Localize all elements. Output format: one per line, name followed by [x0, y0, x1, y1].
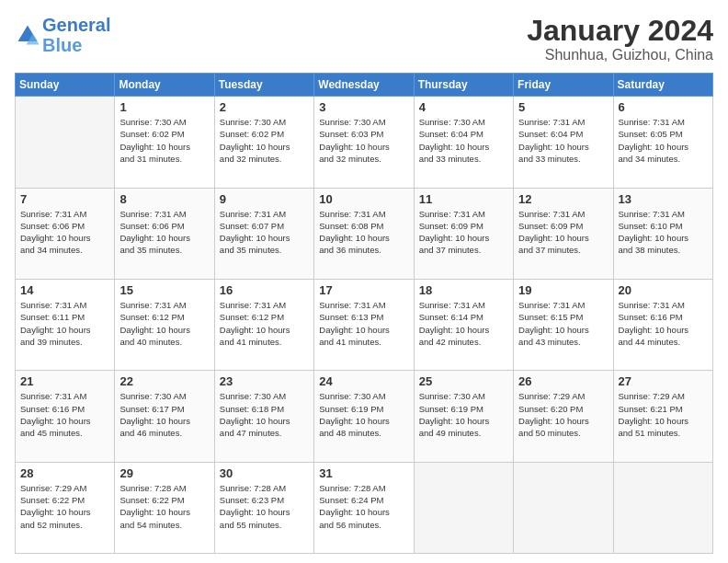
- header-cell-saturday: Saturday: [613, 74, 712, 97]
- header-cell-monday: Monday: [115, 74, 214, 97]
- header-cell-tuesday: Tuesday: [214, 74, 313, 97]
- day-number: 4: [419, 100, 508, 114]
- day-info: Sunrise: 7:31 AMSunset: 6:15 PMDaylight:…: [518, 299, 608, 348]
- header-cell-sunday: Sunday: [16, 74, 115, 97]
- day-info: Sunrise: 7:30 AMSunset: 6:02 PMDaylight:…: [119, 116, 209, 165]
- day-number: 17: [319, 283, 408, 297]
- day-cell: 16Sunrise: 7:31 AMSunset: 6:12 PMDayligh…: [214, 279, 313, 370]
- day-info: Sunrise: 7:31 AMSunset: 6:06 PMDaylight:…: [20, 208, 109, 257]
- calendar-title: January 2024: [527, 15, 713, 47]
- calendar-subtitle: Shunhua, Guizhou, China: [527, 47, 713, 63]
- day-info: Sunrise: 7:30 AMSunset: 6:19 PMDaylight:…: [319, 390, 408, 439]
- day-cell: 9Sunrise: 7:31 AMSunset: 6:07 PMDaylight…: [214, 188, 313, 279]
- week-row-1: 7Sunrise: 7:31 AMSunset: 6:06 PMDaylight…: [16, 188, 713, 279]
- day-info: Sunrise: 7:29 AMSunset: 6:20 PMDaylight:…: [518, 390, 608, 439]
- day-info: Sunrise: 7:30 AMSunset: 6:02 PMDaylight:…: [220, 116, 309, 165]
- day-info: Sunrise: 7:31 AMSunset: 6:16 PMDaylight:…: [20, 390, 109, 439]
- day-cell: 22Sunrise: 7:30 AMSunset: 6:17 PMDayligh…: [115, 371, 214, 462]
- day-number: 21: [20, 374, 109, 388]
- day-info: Sunrise: 7:28 AMSunset: 6:22 PMDaylight:…: [119, 482, 209, 531]
- day-info: Sunrise: 7:31 AMSunset: 6:06 PMDaylight:…: [119, 208, 209, 257]
- day-number: 25: [419, 374, 508, 388]
- day-cell: [16, 97, 115, 188]
- day-cell: 7Sunrise: 7:31 AMSunset: 6:06 PMDaylight…: [16, 188, 115, 279]
- day-info: Sunrise: 7:31 AMSunset: 6:12 PMDaylight:…: [119, 299, 209, 348]
- header-cell-wednesday: Wednesday: [314, 74, 414, 97]
- page: General Blue January 2024 Shunhua, Guizh…: [0, 0, 728, 563]
- day-cell: 11Sunrise: 7:31 AMSunset: 6:09 PMDayligh…: [414, 188, 513, 279]
- day-info: Sunrise: 7:31 AMSunset: 6:10 PMDaylight:…: [619, 208, 708, 257]
- calendar-table: SundayMondayTuesdayWednesdayThursdayFrid…: [15, 73, 713, 554]
- title-block: January 2024 Shunhua, Guizhou, China: [527, 15, 713, 63]
- calendar-header: SundayMondayTuesdayWednesdayThursdayFrid…: [16, 74, 713, 97]
- day-cell: 2Sunrise: 7:30 AMSunset: 6:02 PMDaylight…: [214, 97, 313, 188]
- day-info: Sunrise: 7:31 AMSunset: 6:04 PMDaylight:…: [518, 116, 608, 165]
- day-info: Sunrise: 7:29 AMSunset: 6:22 PMDaylight:…: [20, 482, 109, 531]
- day-number: 6: [619, 100, 708, 114]
- day-info: Sunrise: 7:31 AMSunset: 6:08 PMDaylight:…: [319, 208, 408, 257]
- day-cell: 19Sunrise: 7:31 AMSunset: 6:15 PMDayligh…: [514, 279, 613, 370]
- day-cell: 3Sunrise: 7:30 AMSunset: 6:03 PMDaylight…: [314, 97, 414, 188]
- day-info: Sunrise: 7:30 AMSunset: 6:03 PMDaylight:…: [319, 116, 408, 165]
- day-cell: 5Sunrise: 7:31 AMSunset: 6:04 PMDaylight…: [514, 97, 613, 188]
- day-number: 24: [319, 374, 408, 388]
- day-cell: 31Sunrise: 7:28 AMSunset: 6:24 PMDayligh…: [314, 462, 414, 553]
- day-cell: 29Sunrise: 7:28 AMSunset: 6:22 PMDayligh…: [115, 462, 214, 553]
- week-row-2: 14Sunrise: 7:31 AMSunset: 6:11 PMDayligh…: [16, 279, 713, 370]
- day-cell: 6Sunrise: 7:31 AMSunset: 6:05 PMDaylight…: [613, 97, 712, 188]
- day-info: Sunrise: 7:31 AMSunset: 6:12 PMDaylight:…: [220, 299, 309, 348]
- day-number: 19: [518, 283, 608, 297]
- header-cell-thursday: Thursday: [414, 74, 513, 97]
- day-cell: 14Sunrise: 7:31 AMSunset: 6:11 PMDayligh…: [16, 279, 115, 370]
- day-number: 12: [518, 192, 608, 206]
- day-number: 3: [319, 100, 408, 114]
- day-number: 10: [319, 192, 408, 206]
- day-cell: 10Sunrise: 7:31 AMSunset: 6:08 PMDayligh…: [314, 188, 414, 279]
- day-info: Sunrise: 7:31 AMSunset: 6:09 PMDaylight:…: [518, 208, 608, 257]
- day-cell: 4Sunrise: 7:30 AMSunset: 6:04 PMDaylight…: [414, 97, 513, 188]
- day-cell: 12Sunrise: 7:31 AMSunset: 6:09 PMDayligh…: [514, 188, 613, 279]
- day-cell: [613, 462, 712, 553]
- day-number: 22: [119, 374, 209, 388]
- day-cell: 30Sunrise: 7:28 AMSunset: 6:23 PMDayligh…: [214, 462, 313, 553]
- day-number: 9: [220, 192, 309, 206]
- day-number: 16: [220, 283, 309, 297]
- day-number: 11: [419, 192, 508, 206]
- day-info: Sunrise: 7:31 AMSunset: 6:11 PMDaylight:…: [20, 299, 109, 348]
- logo-icon: [15, 22, 40, 48]
- day-info: Sunrise: 7:31 AMSunset: 6:07 PMDaylight:…: [220, 208, 309, 257]
- day-info: Sunrise: 7:30 AMSunset: 6:19 PMDaylight:…: [419, 390, 508, 439]
- day-number: 31: [319, 466, 408, 480]
- header-row: SundayMondayTuesdayWednesdayThursdayFrid…: [16, 74, 713, 97]
- logo: General Blue: [15, 15, 110, 55]
- day-cell: [514, 462, 613, 553]
- day-number: 30: [220, 466, 309, 480]
- day-info: Sunrise: 7:31 AMSunset: 6:14 PMDaylight:…: [419, 299, 508, 348]
- day-number: 7: [20, 192, 109, 206]
- day-number: 8: [119, 192, 209, 206]
- logo-text: General Blue: [42, 15, 110, 55]
- header: General Blue January 2024 Shunhua, Guizh…: [15, 15, 713, 63]
- day-number: 5: [518, 100, 608, 114]
- week-row-0: 1Sunrise: 7:30 AMSunset: 6:02 PMDaylight…: [16, 97, 713, 188]
- day-cell: [414, 462, 513, 553]
- logo-line2: Blue: [42, 35, 82, 55]
- day-cell: 28Sunrise: 7:29 AMSunset: 6:22 PMDayligh…: [16, 462, 115, 553]
- week-row-3: 21Sunrise: 7:31 AMSunset: 6:16 PMDayligh…: [16, 371, 713, 462]
- day-number: 29: [119, 466, 209, 480]
- day-info: Sunrise: 7:30 AMSunset: 6:17 PMDaylight:…: [119, 390, 209, 439]
- day-number: 28: [20, 466, 109, 480]
- day-cell: 23Sunrise: 7:30 AMSunset: 6:18 PMDayligh…: [214, 371, 313, 462]
- day-cell: 21Sunrise: 7:31 AMSunset: 6:16 PMDayligh…: [16, 371, 115, 462]
- day-cell: 26Sunrise: 7:29 AMSunset: 6:20 PMDayligh…: [514, 371, 613, 462]
- day-info: Sunrise: 7:31 AMSunset: 6:05 PMDaylight:…: [619, 116, 708, 165]
- calendar-body: 1Sunrise: 7:30 AMSunset: 6:02 PMDaylight…: [16, 97, 713, 554]
- day-info: Sunrise: 7:28 AMSunset: 6:24 PMDaylight:…: [319, 482, 408, 531]
- day-number: 2: [220, 100, 309, 114]
- day-number: 13: [619, 192, 708, 206]
- day-info: Sunrise: 7:29 AMSunset: 6:21 PMDaylight:…: [619, 390, 708, 439]
- day-cell: 20Sunrise: 7:31 AMSunset: 6:16 PMDayligh…: [613, 279, 712, 370]
- day-info: Sunrise: 7:31 AMSunset: 6:13 PMDaylight:…: [319, 299, 408, 348]
- day-cell: 25Sunrise: 7:30 AMSunset: 6:19 PMDayligh…: [414, 371, 513, 462]
- day-cell: 18Sunrise: 7:31 AMSunset: 6:14 PMDayligh…: [414, 279, 513, 370]
